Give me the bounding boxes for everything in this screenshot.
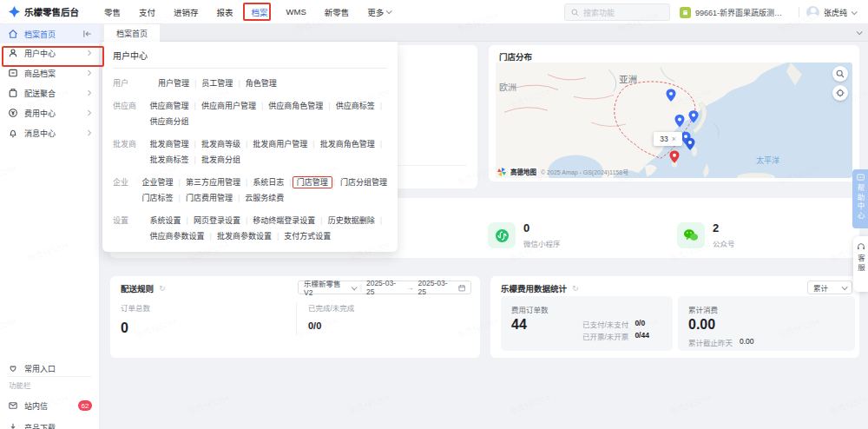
- menu-item[interactable]: 云服务续费: [245, 194, 284, 202]
- menu-item[interactable]: 供应商用户管理: [201, 102, 256, 110]
- menu-item[interactable]: 批发商标签: [150, 155, 189, 164]
- chevron-down-icon: [852, 9, 858, 15]
- separator: |: [289, 178, 291, 187]
- date-from[interactable]: 2025-03-25: [366, 279, 402, 296]
- user-icon: [8, 48, 18, 58]
- sidebar-item-inbox[interactable]: 站内信 62: [0, 396, 100, 415]
- version-select[interactable]: 乐檬新零售V2: [304, 278, 347, 297]
- separator: |: [179, 178, 181, 187]
- chevron-right-icon: [87, 50, 92, 56]
- menu-item[interactable]: 批发商管理: [150, 140, 189, 148]
- search-input[interactable]: 搜索功能: [564, 3, 670, 21]
- expense-stats-card: 乐檬费用数据统计 ↻ 累计 费用订单数 44 已支付/未支付 0/0 已开票/未…: [490, 276, 859, 358]
- menu-item[interactable]: 供应商标签: [336, 102, 375, 110]
- customer-service-button[interactable]: 客服: [853, 236, 868, 292]
- wechat-icon: [677, 222, 705, 248]
- search-placeholder: 搜索功能: [583, 7, 615, 18]
- sidebar-item-expense-center[interactable]: 费用中心: [0, 103, 100, 122]
- separator: |: [246, 140, 247, 148]
- megamenu-section-user: 用户 用户管理|员工管理|角色管理: [113, 76, 387, 91]
- sidebar: 档案首页 用户中心 商品档案 配送聚合 费用中心 消息中心: [0, 24, 100, 429]
- card-title: 乐檬费用数据统计: [501, 282, 567, 294]
- divider: |: [360, 283, 362, 292]
- menu-item[interactable]: 系统日志: [253, 178, 284, 187]
- sidebar-item-goods-archive[interactable]: 商品档案: [0, 63, 100, 82]
- menu-item[interactable]: 门店费用管理: [186, 194, 233, 202]
- date-to[interactable]: 2025-03-25: [418, 279, 453, 296]
- separator: |: [380, 102, 382, 110]
- map-cluster-tooltip[interactable]: 33 ×: [654, 132, 682, 146]
- customer-service-label: 客服: [856, 254, 866, 273]
- menu-item[interactable]: 批发商参数设置: [217, 232, 272, 241]
- menu-item-role-mgmt[interactable]: 角色管理: [246, 79, 277, 88]
- menu-item[interactable]: 支付方式设置: [284, 232, 331, 241]
- bell-icon: [8, 128, 18, 138]
- separator: |: [194, 79, 196, 88]
- delivery-filter-bar: 乐檬新零售V2 | 2025-03-25 → 2025-03-25: [298, 280, 471, 294]
- user-menu[interactable]: 张虎纯: [806, 0, 856, 24]
- nav-more[interactable]: 更多: [367, 6, 391, 18]
- nav-inventory[interactable]: 进销存: [174, 6, 199, 18]
- menu-item[interactable]: 供应商角色管理: [268, 102, 323, 110]
- map-locate-button[interactable]: [832, 85, 848, 101]
- menu-item[interactable]: 供应商参数设置: [150, 232, 205, 241]
- nav-new-retail[interactable]: 新零售: [325, 6, 350, 18]
- separator: |: [277, 232, 279, 241]
- menu-item-store-mgmt-highlighted[interactable]: 门店管理: [297, 178, 328, 187]
- menu-item[interactable]: 门店分组管理: [340, 178, 387, 187]
- sidebar-item-user-center[interactable]: 用户中心: [0, 43, 100, 63]
- menu-item[interactable]: 供应商管理: [150, 102, 189, 110]
- refresh-icon[interactable]: ↻: [159, 284, 166, 293]
- heart-icon: [8, 363, 18, 373]
- tab-list-chevron-icon[interactable]: [857, 29, 863, 35]
- collapse-sidebar-icon[interactable]: [82, 30, 92, 38]
- avatar: [806, 6, 819, 19]
- nav-wms[interactable]: WMS: [286, 7, 306, 16]
- store-map[interactable]: 欧洲 亚洲 太平洋 33 × 高德地图 © 2025 Amap - GS(202…: [496, 63, 852, 178]
- card-title: 配送规则: [121, 282, 154, 294]
- app-logo[interactable]: 乐檬零售后台: [0, 5, 97, 18]
- range-select[interactable]: 累计: [807, 280, 852, 294]
- section-label: 设置: [113, 213, 150, 244]
- nav-archives[interactable]: 档案: [252, 6, 268, 18]
- coin-icon: [8, 108, 18, 118]
- sidebar-item-delivery-aggregation[interactable]: 配送聚合: [0, 83, 100, 102]
- menu-item-user-mgmt[interactable]: 用户管理: [158, 79, 189, 88]
- sidebar-item-archive-home[interactable]: 档案首页: [0, 24, 100, 43]
- menu-item[interactable]: 批发商等级: [201, 140, 240, 148]
- sidebar-item-product-download[interactable]: 产品下载: [0, 418, 100, 429]
- menu-item[interactable]: 批发商用户管理: [253, 140, 307, 148]
- tab-archive-home[interactable]: 档案首页: [104, 24, 160, 42]
- sidebar-item-message-center[interactable]: 消息中心: [0, 123, 100, 142]
- nav-retail[interactable]: 零售: [104, 6, 121, 18]
- menu-item[interactable]: 系统设置: [150, 216, 181, 225]
- tenant-switcher[interactable]: 99661-新界面果蔬版测试-管理…: [680, 0, 784, 24]
- chevron-right-icon: [87, 69, 92, 76]
- nav-payment[interactable]: 支付: [139, 6, 155, 18]
- stat-value: 0/0: [308, 320, 354, 331]
- username: 张虎纯: [824, 7, 847, 18]
- menu-item[interactable]: 移动终端登录设置: [253, 216, 315, 225]
- separator: |: [380, 216, 382, 225]
- menu-item[interactable]: 第三方应用管理: [186, 178, 240, 187]
- menu-item-employee-mgmt[interactable]: 员工管理: [201, 79, 233, 88]
- stat-label: 已完成/未完成: [308, 302, 354, 313]
- help-center-tab[interactable]: 帮助中心: [852, 169, 868, 228]
- sidebar-item-favorites[interactable]: 常用入口: [0, 359, 100, 378]
- nav-reports[interactable]: 报表: [217, 6, 233, 18]
- refresh-icon[interactable]: ↻: [572, 284, 579, 293]
- menu-item[interactable]: 历史数据删除: [328, 216, 375, 225]
- menu-item[interactable]: 批发商分组: [201, 155, 240, 164]
- separator: |: [238, 79, 240, 88]
- separator: |: [261, 102, 263, 110]
- menu-item[interactable]: 批发商角色管理: [320, 140, 375, 148]
- amap-logo-icon: [497, 168, 506, 176]
- close-icon[interactable]: ×: [672, 135, 676, 143]
- map-search-button[interactable]: [832, 66, 848, 82]
- menu-item[interactable]: 企业管理: [142, 178, 174, 187]
- menu-item[interactable]: 网页登录设置: [194, 216, 240, 225]
- sidebar-item-label: 消息中心: [24, 128, 81, 139]
- menu-item[interactable]: 供应商分组: [150, 117, 189, 126]
- menu-item[interactable]: 门店标签: [142, 194, 174, 202]
- separator: |: [328, 102, 330, 110]
